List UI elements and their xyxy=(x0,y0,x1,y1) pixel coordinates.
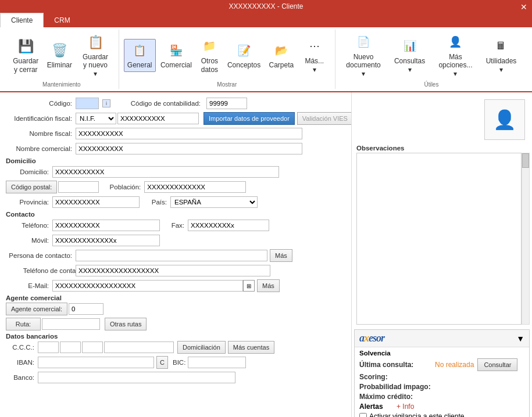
telefono-contacto-row: Teléfono de contacto: xyxy=(6,264,345,277)
comercial-button[interactable]: 🏪 Comercial xyxy=(157,39,195,71)
carpeta-button[interactable]: 📂 Carpeta xyxy=(265,39,297,71)
tab-crm[interactable]: CRM xyxy=(44,13,80,27)
observations-area: Observaciones xyxy=(352,142,532,327)
telefono-fax-row: Teléfono: Fax: xyxy=(6,219,345,232)
guardar-cerrar-icon: 💾 xyxy=(16,37,35,56)
movil-label: Móvil: xyxy=(6,237,52,244)
importar-proveedor-button[interactable]: Importar datos de proveedor xyxy=(203,112,295,125)
close-button[interactable]: ✕ xyxy=(516,0,532,14)
mas-contacto-button[interactable]: Más xyxy=(270,249,292,262)
datos-bancarios-section-title: Datos bancarios xyxy=(6,333,345,340)
tab-bar: Cliente CRM xyxy=(0,13,532,27)
guardar-cerrar-button[interactable]: 💾 Guardary cerrar xyxy=(9,35,42,76)
email-input[interactable] xyxy=(52,280,243,292)
identificacion-fiscal-input[interactable] xyxy=(117,113,199,124)
consultas-icon: 📊 xyxy=(401,37,419,56)
ccc-input3[interactable] xyxy=(82,341,103,353)
domiciliacion-button[interactable]: Domiciliación xyxy=(177,341,226,354)
codigo-postal-button[interactable]: Código postal: xyxy=(6,181,57,193)
title-bar: XXXXXXXXXX - Cliente ✕ xyxy=(0,0,532,13)
nombre-comercial-input[interactable] xyxy=(76,143,302,154)
eliminar-button[interactable]: 🗑️ Eliminar xyxy=(43,39,76,71)
codigo-label: Código: xyxy=(6,100,76,107)
consultar-button[interactable]: Consultar xyxy=(477,358,517,371)
ultima-consulta-label: Última consulta: xyxy=(359,361,435,369)
observations-textarea[interactable] xyxy=(356,153,522,325)
poblacion-input[interactable] xyxy=(144,181,246,193)
domicilio-input[interactable] xyxy=(52,166,279,178)
consultas-button[interactable]: 📊 Consultas ▾ xyxy=(388,35,431,76)
pais-select[interactable]: ESPAÑA OTRO xyxy=(170,196,258,208)
nombre-fiscal-row: Nombre fiscal: xyxy=(6,127,345,140)
codigo-input[interactable] xyxy=(76,98,99,109)
person-icon: 👤 xyxy=(493,109,516,131)
guardar-cerrar-label: Guardary cerrar xyxy=(13,57,38,74)
solvencia-label: Solvencia xyxy=(359,350,524,357)
email-row: E-Mail: ⊞ Más xyxy=(6,279,345,292)
codigo-postal-input[interactable] xyxy=(58,181,99,193)
telefono-contacto-input[interactable] xyxy=(76,265,270,276)
c-button[interactable]: C xyxy=(156,356,168,369)
mas-cuentas-button[interactable]: Más cuentas xyxy=(228,341,274,354)
axesor-collapse-button[interactable]: ▼ xyxy=(516,334,524,343)
banco-row: Banco: xyxy=(6,371,345,384)
mantenimiento-label: Mantenimiento xyxy=(42,80,81,88)
mas-mostrar-label: Más... ▾ xyxy=(302,57,326,74)
movil-input[interactable] xyxy=(52,235,160,246)
iban-input[interactable] xyxy=(38,357,154,368)
otros-datos-button[interactable]: 📁 Otrosdatos xyxy=(197,35,223,76)
mostrar-label: Mostrar xyxy=(217,80,237,88)
agente-comercial-input[interactable] xyxy=(69,303,103,315)
nuevo-documento-icon: 📄 xyxy=(354,33,373,52)
bic-input[interactable] xyxy=(188,357,246,368)
guardar-nuevo-label: Guardary nuevo ▾ xyxy=(81,53,110,78)
tab-cliente[interactable]: Cliente xyxy=(0,13,44,27)
codigo-info-icon[interactable]: i xyxy=(102,99,110,107)
mas-opciones-button[interactable]: 👤 Másopciones... ▾ xyxy=(433,31,479,80)
persona-contacto-input[interactable] xyxy=(76,250,267,261)
ultima-consulta-value: No realizada xyxy=(435,361,474,369)
otras-rutas-button[interactable]: Otras rutas xyxy=(105,318,147,330)
bic-label: BIC: xyxy=(173,359,185,366)
comercial-icon: 🏪 xyxy=(167,41,185,60)
observations-label: Observaciones xyxy=(356,145,530,152)
ruta-button[interactable]: Ruta: xyxy=(6,318,41,330)
qr-icon[interactable]: ⊞ xyxy=(243,280,255,292)
guardar-nuevo-button[interactable]: 📋 Guardary nuevo ▾ xyxy=(77,31,114,80)
scrollbar-thumb[interactable] xyxy=(522,153,529,168)
window-title: XXXXXXXXXX - Cliente xyxy=(228,2,303,10)
vigilancia-checkbox[interactable] xyxy=(359,413,367,417)
mas-mostrar-icon: ⋯ xyxy=(305,37,324,56)
ccc-input4[interactable] xyxy=(104,341,174,353)
nombre-fiscal-input[interactable] xyxy=(76,128,302,139)
codigo-row: Código: i Código de contabilidad: xyxy=(6,97,345,110)
nombre-comercial-row: Nombre comercial: xyxy=(6,142,345,155)
nuevo-documento-button[interactable]: 📄 Nuevodocumento ▾ xyxy=(340,31,387,80)
mas-email-button[interactable]: Más xyxy=(257,279,280,292)
conceptos-button[interactable]: 📝 Conceptos xyxy=(224,39,264,71)
telefono-input[interactable] xyxy=(52,220,160,231)
alertas-row: Alertas + Info xyxy=(359,402,524,411)
mas-opciones-label: Másopciones... ▾ xyxy=(437,53,474,78)
utilidades-button[interactable]: 🖩 Utilidades ▾ xyxy=(480,35,523,76)
banco-input[interactable] xyxy=(38,372,235,383)
codigo-contabilidad-input[interactable] xyxy=(206,98,247,109)
provincia-input[interactable] xyxy=(52,196,140,208)
ccc-input2[interactable] xyxy=(60,341,81,353)
fax-input[interactable] xyxy=(188,220,269,231)
ruta-input[interactable] xyxy=(42,318,100,330)
identificacion-fiscal-label: Identificación fiscal: xyxy=(6,115,76,122)
general-button[interactable]: 📋 General xyxy=(124,39,156,71)
agente-comercial-button[interactable]: Agente comercial: xyxy=(6,303,67,315)
ribbon-group-utiles: 📄 Nuevodocumento ▾ 📊 Consultas ▾ 👤 Másop… xyxy=(335,30,527,89)
info-link[interactable]: + Info xyxy=(397,402,414,411)
validacion-vies-button[interactable]: Validación VIES xyxy=(297,112,352,125)
ccc-row: C.C.C.: Domiciliación Más cuentas xyxy=(6,341,345,354)
comercial-label: Comercial xyxy=(160,61,192,69)
identificacion-fiscal-type-select[interactable]: N.I.F. C.I.F. N.I.E. PASAPORTE xyxy=(76,113,116,124)
probabilidad-impago-row: Probabilidad impago: xyxy=(359,383,524,391)
ccc-input1[interactable] xyxy=(38,341,59,353)
mas-mostrar-button[interactable]: ⋯ Más... ▾ xyxy=(298,35,330,76)
consultas-label: Consultas ▾ xyxy=(392,57,427,74)
carpeta-icon: 📂 xyxy=(272,41,291,60)
